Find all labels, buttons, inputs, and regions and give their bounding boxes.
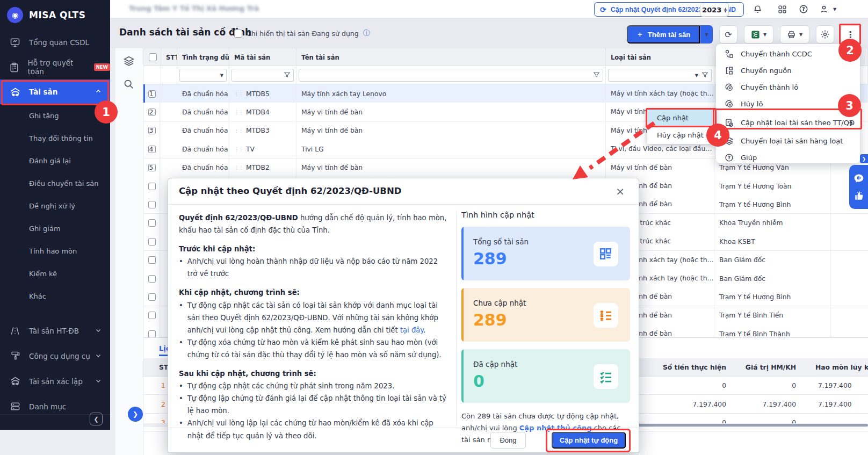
submenu-item-hủy-cập-nhật[interactable]: Hủy cập nhật [647,126,716,143]
menu-item-label: Hủy lô [741,100,763,108]
add-asset-caret-button[interactable]: ▼ [700,25,713,44]
add-asset-button[interactable]: ＋ Thêm tài sản [627,25,700,44]
check-list-icon [594,364,618,389]
filter-name-input[interactable] [299,69,603,82]
modal-body-text: Quyết định 62/2023/QĐ-UBND hướng dẫn chế… [179,212,447,442]
cell-code: ⋮⋮TV [229,140,296,158]
sidebar-subitem-đánh-giá-lại[interactable]: Đánh giá lại [0,149,110,172]
menu-item-chuyển-loại-tài-sản-hàng-loạt[interactable]: Chuyển loại tài sản hàng loạt [716,133,860,149]
sidebar-item-label: Hỗ trợ quyết toán [28,59,85,76]
sidebar-item-hỗ-trợ-quyết-toán[interactable]: Hỗ trợ quyết toánNEW [0,55,110,80]
sidebar-subitem-ghi-tăng[interactable]: Ghi tăng [0,104,110,127]
auto-update-button[interactable]: Cập nhật tự động [552,432,626,449]
menu-item-cập-nhật-loại-tài-sản-theo-tt-qđ[interactable]: Cập nhật loại tài sản theo TT/QĐ❯ [716,112,860,133]
bullet-icon: • [179,392,183,417]
drag-handle-icon: ⋮⋮ [234,91,243,97]
apps-grid-icon[interactable] [775,2,789,16]
feedback-widget[interactable] [849,165,868,209]
filter-funnel-icon[interactable] [593,70,600,81]
filter-funnel-icon[interactable] [284,70,291,81]
widget-collapse-icon[interactable]: ❯ [860,154,868,163]
notifications-bell-icon[interactable] [750,2,764,16]
sidebar-item-tài-sản-xác-lập[interactable]: Tài sản xác lập [0,369,110,394]
history-header-amount: Số tiền thực hiện [645,358,726,377]
sidebar-subitem-thay-đổi-thông-tin[interactable]: Thay đổi thông tin [0,127,110,149]
dropdown-caret-icon[interactable]: ▼ [695,73,698,78]
help-icon: ? [724,153,734,162]
cell-stt: 3 [143,121,160,140]
user-caret-icon[interactable]: ▼ [831,2,838,16]
close-icon[interactable]: × [616,185,625,198]
sidebar-item-tài-sản[interactable]: Tài sản [0,80,110,104]
submenu-item-cập-nhật[interactable]: Cập nhật [647,109,716,126]
menu-item-chuyển-nguồn[interactable]: Chuyển nguồn [716,62,860,79]
dropdown-caret-icon[interactable]: ▼ [220,73,223,78]
export-excel-button[interactable]: ▼ [744,25,773,44]
detail-guide-link[interactable]: tại đây [400,326,423,334]
modal-bullet: •Anh/chị vui lòng hoàn thành nhập dữ liệ… [179,255,447,280]
header-checkbox [143,48,161,66]
sidebar-item-tài-sản-ht-đb[interactable]: Tài sản HT-ĐB [0,318,110,343]
modal-intro: Quyết định 62/2023/QĐ-UBND hướng dẫn chế… [179,212,447,236]
history-cell-hm: 0 [732,377,796,395]
menu-item-chuyển-thành-lô[interactable]: Chuyển thành lô [716,79,860,96]
cell-name: Máy tính xách tay Lenovo [296,84,606,103]
sidebar-subitem-khác[interactable]: Khác [0,285,110,307]
bullet-icon: • [179,336,183,361]
status-panel-title: Tình hình cập nhật [461,211,630,219]
expand-panel-button[interactable]: ❯ [128,407,143,422]
only-in-use-checkbox[interactable] [234,30,242,38]
topbar: Trung Tâm Y Tế Thị Xã Hương Trà ⟳ Cập nh… [110,0,868,18]
brand-name: MISA QLTS [29,10,85,20]
cell-stt [143,306,160,325]
cell-stt [143,324,160,337]
history-cell-stt: 3 [161,414,165,432]
sidebar-subitem-ghi-giảm[interactable]: Ghi giảm [0,217,110,240]
cell-stt [143,195,160,214]
svg-text:?: ? [728,155,730,160]
menu-item-chuyển-thành-ccdc[interactable]: Chuyển thành CCDC [716,46,860,62]
thumbs-up-icon [853,191,864,201]
refresh-button[interactable]: ⟳ [719,25,737,44]
page-title: Danh sách tài sản cố định [119,27,251,38]
settings-gear-icon[interactable] [816,25,834,44]
filter-code-input[interactable] [232,69,294,82]
search-icon[interactable] [123,78,134,92]
print-button[interactable]: ▼ [780,25,809,44]
sidebar-subitem-đề-nghị-xử-lý[interactable]: Đề nghị xử lý [0,194,110,217]
cell-name: Máy vi tính để bàn [296,121,606,140]
menu-item-label: Chuyển thành lô [741,83,798,91]
chat-icon [853,173,864,184]
sidebar-subitem-kiểm-kê[interactable]: Kiểm kê [0,262,110,285]
grid-list-icon [594,242,618,266]
sidebar-collapse-button[interactable]: ❮ [90,413,103,425]
column-header-stt: STT [161,48,177,66]
drag-handle-icon: ⋮⋮ [234,147,243,152]
user-avatar-icon[interactable] [817,2,831,16]
year-selector[interactable]: 2023 ▲▼ [700,3,729,17]
filter-type-select[interactable]: ▼ [608,69,712,82]
layers-icon [724,136,734,146]
cell-code: ⋮⋮MTDB4 [229,103,296,121]
sidebar-subitem-điều-chuyển-tài-sản[interactable]: Điều chuyển tài sản [0,172,110,194]
select-all-checkbox[interactable] [149,53,157,61]
sidebar-item-công-cụ-dụng-cụ[interactable]: Công cụ dụng cụ [0,343,110,369]
only-in-use-filter[interactable]: Chỉ hiển thị tài sản Đang sử dụng ⓘ [234,28,370,38]
menu-item-giúp[interactable]: ?Giúp [716,149,860,166]
bullet-text: Tự động cập nhật các chứng từ phát sinh … [187,380,395,392]
menu-item-hủy-lô[interactable]: Hủy lô [716,96,860,112]
clipboard-icon [9,62,20,73]
misa-logo-icon: ◉ [7,7,23,23]
sidebar-item-tổng-quan-csdl[interactable]: Tổng quan CSDL [0,30,110,55]
help-icon[interactable]: ? [797,2,811,16]
layers-icon[interactable] [123,55,135,69]
doc-update-icon [724,118,734,127]
year-stepper-icon[interactable]: ▲▼ [724,7,727,12]
sidebar-subitem-tính-hao-mòn[interactable]: Tính hao mòn [0,240,110,262]
filter-funnel-icon[interactable] [701,70,708,81]
divider [168,204,639,205]
close-button[interactable]: Đóng [490,432,526,449]
filter-status-select[interactable]: ▼ [179,69,227,82]
more-options-button[interactable]: ⋮ [841,25,860,44]
cell-stt: 5 [143,158,160,177]
